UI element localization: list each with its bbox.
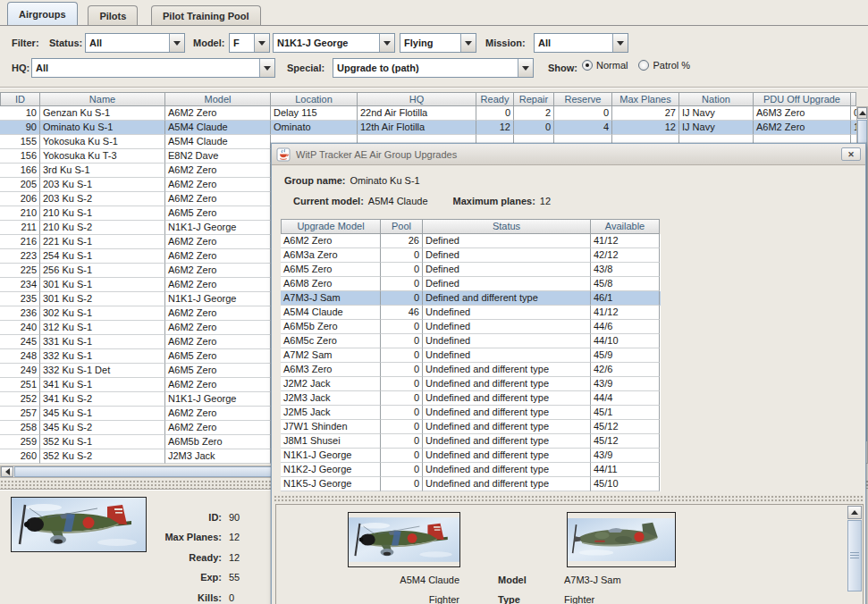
upgrade-cell[interactable]: 44/10	[591, 334, 660, 348]
airgroup-cell[interactable]: A6M2 Zero	[165, 378, 271, 392]
upgrade-cell[interactable]: 0	[381, 291, 423, 306]
airgroup-cell[interactable]: Yokosuka Ku S-1	[40, 135, 165, 149]
upgrade-cell[interactable]: Undefined and different type	[423, 449, 591, 463]
airgroup-cell[interactable]: 210 Ku S-2	[40, 221, 165, 235]
chevron-down-icon[interactable]	[254, 34, 269, 52]
upgrade-cell[interactable]: 42/6	[591, 363, 660, 377]
upgrade-cell[interactable]: J7W1 Shinden	[281, 420, 381, 434]
upgrade-cell[interactable]: 45/9	[591, 348, 660, 363]
airgroup-cell[interactable]: N1K1-J George	[165, 292, 271, 306]
scroll-up-button[interactable]	[847, 506, 862, 519]
tab-pilot-training-pool[interactable]: Pilot Training Pool	[151, 5, 261, 25]
airgroup-cell[interactable]: 225	[0, 264, 40, 278]
airgroup-cell[interactable]: 251	[0, 378, 40, 392]
airgroup-cell[interactable]: 211	[0, 221, 40, 235]
airgroup-cell[interactable]: 0	[514, 121, 554, 135]
upgrade-cell[interactable]: Undefined and different type	[423, 434, 591, 449]
airgroup-header-ready[interactable]: Ready	[476, 92, 514, 106]
airgroup-cell[interactable]: 345 Ku S-1	[40, 407, 165, 421]
airgroup-cell[interactable]: 12th Air Flotilla	[358, 121, 476, 135]
airgroup-cell[interactable]: 0	[554, 106, 612, 121]
tab-pilots[interactable]: Pilots	[88, 5, 138, 25]
upgrade-cell[interactable]: J2M2 Jack	[281, 377, 381, 391]
airgroup-cell[interactable]: A6M2 Zero	[165, 278, 271, 292]
airgroup-cell[interactable]: A6M2 Zero	[165, 192, 271, 206]
upgrade-cell[interactable]: 45/12	[591, 420, 660, 434]
upgrade-cell[interactable]: Undefined and different type	[423, 463, 591, 477]
upgrade-cell[interactable]: N1K5-J George	[281, 477, 381, 491]
airgroup-cell[interactable]: 221 Ku S-1	[40, 235, 165, 249]
airgroup-cell[interactable]: 205	[0, 178, 40, 192]
upgrade-cell[interactable]: Undefined and different type	[423, 391, 591, 406]
upgrade-cell[interactable]: 45/12	[591, 434, 660, 449]
airgroup-cell[interactable]: A6M2 Zero	[165, 178, 271, 192]
upgrade-row[interactable]: A6M5 Zero0Defined43/8	[281, 263, 661, 277]
upgrade-cell[interactable]: Undefined and different type	[423, 477, 591, 491]
upgrade-row[interactable]: N1K2-J George0Undefined and different ty…	[281, 463, 661, 477]
upgrade-cell[interactable]: Undefined and different type	[423, 377, 591, 391]
upgrade-cell[interactable]: 0	[381, 434, 423, 449]
upgrade-cell[interactable]: Undefined	[423, 348, 591, 363]
airgroup-cell[interactable]: 352 Ku S-2	[40, 449, 165, 464]
airgroup-cell[interactable]: J2M3 Jack	[165, 449, 271, 464]
airgroup-cell[interactable]: 90	[0, 121, 40, 135]
radio-icon[interactable]	[582, 60, 593, 71]
airgroup-cell[interactable]: 245	[0, 335, 40, 349]
airgroup-cell[interactable]: A6M2 Zero	[165, 321, 271, 335]
dialog-splitter-handle[interactable]	[274, 495, 864, 502]
tab-airgroups[interactable]: Airgroups	[7, 2, 78, 25]
upgrade-cell[interactable]: 0	[381, 463, 423, 477]
airgroup-cell[interactable]: IJ Navy	[679, 121, 754, 135]
airgroup-cell[interactable]: 301 Ku S-2	[40, 292, 165, 306]
airgroup-cell[interactable]: A6M5 Zero	[165, 364, 271, 378]
airgroup-cell[interactable]: 10	[0, 106, 40, 121]
upgrade-row[interactable]: A6M2 Zero26Defined41/12	[281, 234, 661, 248]
airgroup-cell[interactable]: 331 Ku S-1	[40, 335, 165, 349]
upgrade-cell[interactable]: Defined	[423, 234, 591, 248]
hq-combo[interactable]: All	[31, 58, 275, 78]
radio-patrol-[interactable]: Patrol %	[638, 60, 690, 71]
chevron-down-icon[interactable]	[169, 34, 184, 52]
upgrade-row[interactable]: A7M3-J Sam0Defined and different type46/…	[281, 291, 661, 306]
upgrade-cell[interactable]: J2M3 Jack	[281, 391, 381, 406]
upgrade-cell[interactable]: 0	[381, 334, 423, 348]
chevron-down-icon[interactable]	[460, 34, 476, 52]
upgrade-cell[interactable]: N1K1-J George	[281, 449, 381, 463]
airgroup-cell[interactable]: 155	[0, 135, 40, 149]
upgrade-row[interactable]: A6M5b Zero0Undefined44/6	[281, 320, 661, 334]
airgroup-cell[interactable]: 203 Ku S-1	[40, 178, 165, 192]
upgrade-row[interactable]: J8M1 Shusei0Undefined and different type…	[281, 434, 661, 449]
upgrade-row[interactable]: J7W1 Shinden0Undefined and different typ…	[281, 420, 661, 434]
airgroup-cell[interactable]: 156	[0, 149, 40, 164]
airgroup-cell[interactable]: Ominato Ku S-1	[40, 121, 165, 135]
upgrade-row[interactable]: A6M8 Zero0Defined45/8	[281, 277, 661, 291]
upgrade-cell[interactable]: 0	[381, 348, 423, 363]
upgrade-cell[interactable]: 41/12	[591, 234, 660, 248]
airgroup-cell[interactable]: 210	[0, 206, 40, 221]
upgrade-cell[interactable]: 45/1	[591, 406, 660, 420]
upgrade-cell[interactable]: A6M5b Zero	[281, 320, 381, 334]
upgrade-cell[interactable]: 43/9	[591, 449, 660, 463]
scroll-up-button[interactable]	[857, 107, 867, 119]
airgroup-cell[interactable]: A6M2 Zero	[165, 407, 271, 421]
airgroup-cell[interactable]: A6M2 Zero	[754, 121, 851, 135]
upgrade-cell[interactable]: Defined	[423, 248, 591, 263]
airgroup-cell[interactable]: 12	[612, 121, 679, 135]
airgroup-cell[interactable]: 332 Ku S-1	[40, 349, 165, 364]
airgroup-cell[interactable]: 248	[0, 349, 40, 364]
upgrade-cell[interactable]: 0	[381, 377, 423, 391]
airgroup-header-repair[interactable]: Repair	[514, 92, 554, 106]
upgrade-cell[interactable]: 0	[381, 263, 423, 277]
airgroup-cell[interactable]: 236	[0, 306, 40, 321]
upgrade-cell[interactable]: 43/8	[591, 263, 660, 277]
airgroup-cell[interactable]: 345 Ku S-2	[40, 421, 165, 435]
airgroup-cell[interactable]: A5M4 Claude	[165, 121, 271, 135]
airgroup-cell[interactable]: 4	[554, 121, 612, 135]
upgrade-cell[interactable]: 0	[381, 363, 423, 377]
upgrade-cell[interactable]: 45/10	[591, 477, 660, 491]
upgrade-cell[interactable]: 0	[381, 320, 423, 334]
airgroup-row[interactable]: 90Ominato Ku S-1A5M4 ClaudeOminato12th A…	[0, 121, 856, 135]
airgroup-cell[interactable]: N1K1-J George	[165, 392, 271, 407]
upgrade-cell[interactable]: 46	[381, 306, 423, 320]
airgroup-cell[interactable]: A6M2 Zero	[165, 106, 271, 121]
